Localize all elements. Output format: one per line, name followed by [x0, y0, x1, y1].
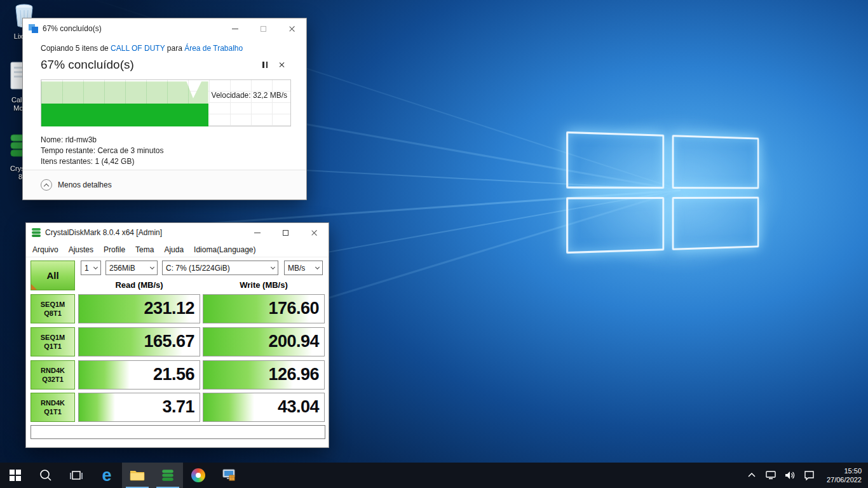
volume-icon — [784, 470, 796, 480]
comment-field[interactable] — [31, 425, 325, 439]
system-tray: 15:50 27/06/2022 — [742, 463, 868, 488]
minimize-icon — [254, 233, 261, 233]
run-all-button[interactable]: All — [31, 261, 75, 290]
network-icon — [765, 470, 776, 480]
search-button[interactable] — [31, 463, 61, 488]
desktop-screen: Lixeira Call o Mod Crysta 8 67% conclu — [0, 0, 868, 488]
read-value: 165.67 — [79, 328, 200, 355]
chevron-down-icon — [315, 264, 320, 269]
unit-select[interactable]: MB/s — [284, 261, 323, 275]
test-button-seq1m-q1t1[interactable]: SEQ1MQ1T1 — [31, 327, 75, 356]
copy-middle: para — [165, 44, 184, 53]
hidden-icons-button[interactable] — [742, 463, 761, 488]
task-view-button[interactable] — [61, 463, 92, 488]
progress-heading: 67% concluído(s) — [41, 58, 257, 72]
read-result-cell: 165.67 — [78, 327, 200, 356]
volume-button[interactable] — [780, 463, 799, 488]
chevron-down-icon — [271, 264, 275, 269]
read-value: 21.56 — [79, 361, 200, 388]
maximize-button[interactable] — [271, 223, 300, 242]
crystaldiskmark-window: CrystalDiskMark 8.0.4 x64 [Admin] Arquiv… — [25, 222, 329, 448]
test-button-rnd4k-q32t1[interactable]: RND4KQ32T1 — [31, 360, 75, 390]
minimize-icon — [232, 29, 238, 29]
copy-dialog-icon — [29, 24, 39, 33]
copy-details: Nome: rld-mw3b Tempo restante: Cerca de … — [41, 135, 290, 167]
test-button-rnd4k-q1t1[interactable]: RND4KQ1T1 — [31, 393, 75, 422]
close-icon — [311, 229, 318, 236]
chevron-down-icon — [150, 264, 154, 269]
clock-date: 27/06/2022 — [827, 475, 862, 484]
test-button-seq1m-q8t1[interactable]: SEQ1MQ8T1 — [31, 294, 75, 323]
file-explorer-icon — [130, 469, 145, 482]
cdm-menubar: Arquivo Ajustes Profile Tema Ajuda Idiom… — [26, 242, 329, 257]
task-view-icon — [69, 468, 83, 482]
installer-button[interactable] — [214, 463, 244, 488]
speed-history-area — [41, 80, 208, 104]
write-result-cell: 126.96 — [203, 360, 325, 390]
menu-idioma[interactable]: Idioma(Language) — [189, 243, 261, 256]
read-result-cell: 231.12 — [78, 294, 200, 323]
maximize-button[interactable] — [249, 18, 278, 39]
close-button[interactable] — [300, 223, 329, 242]
edge-icon — [102, 467, 111, 484]
read-value: 231.12 — [79, 295, 200, 322]
chevron-up-icon — [747, 472, 756, 478]
cancel-icon — [278, 62, 285, 68]
clock-time: 15:50 — [844, 466, 862, 475]
read-column-header: Read (MB/s) — [78, 280, 200, 290]
action-center-icon — [804, 470, 815, 480]
crystaldiskmark-icon — [161, 469, 174, 482]
menu-arquivo[interactable]: Arquivo — [27, 243, 64, 256]
taskbar-clock[interactable]: 15:50 27/06/2022 — [818, 463, 868, 488]
cancel-button[interactable] — [273, 58, 290, 72]
test-count-select[interactable]: 1 — [81, 261, 101, 275]
drive-select[interactable]: C: 7% (15/224GiB) — [162, 261, 278, 275]
maximize-icon — [261, 26, 266, 32]
write-value: 43.04 — [203, 393, 324, 421]
menu-profile[interactable]: Profile — [98, 243, 130, 256]
paint-3d-button[interactable] — [183, 463, 214, 488]
read-result-cell: 21.56 — [78, 360, 200, 390]
taskbar: 15:50 27/06/2022 — [0, 463, 868, 488]
action-center-button[interactable] — [799, 463, 818, 488]
chevron-up-circle-icon — [41, 179, 52, 191]
cdm-app-icon — [31, 227, 41, 238]
dialog-title: 67% concluído(s) — [43, 24, 220, 33]
search-icon — [39, 468, 53, 482]
pause-button[interactable] — [257, 58, 273, 72]
crystaldiskmark-taskbar-button[interactable] — [153, 463, 183, 488]
write-result-cell: 176.60 — [203, 294, 325, 323]
write-result-cell: 43.04 — [203, 393, 325, 422]
menu-tema[interactable]: Tema — [130, 243, 159, 256]
write-value: 126.96 — [203, 361, 324, 388]
menu-ajustes[interactable]: Ajustes — [64, 243, 98, 256]
start-button[interactable] — [0, 463, 31, 488]
speed-graph: Velocidade: 32,2 MB/s — [41, 79, 291, 126]
menu-ajuda[interactable]: Ajuda — [159, 243, 189, 256]
close-button[interactable] — [278, 18, 306, 39]
write-result-cell: 200.94 — [203, 327, 325, 356]
source-folder-link[interactable]: CALL OF DUTY — [111, 44, 165, 53]
destination-folder-link[interactable]: Área de Trabalho — [184, 44, 243, 53]
cdm-titlebar[interactable]: CrystalDiskMark 8.0.4 x64 [Admin] — [26, 223, 329, 242]
file-explorer-button[interactable] — [122, 463, 153, 488]
progress-bar-fill — [41, 104, 208, 126]
dialog-titlebar[interactable]: 67% concluído(s) — [23, 18, 306, 39]
write-value: 176.60 — [203, 295, 324, 322]
minimize-button[interactable] — [243, 223, 271, 242]
detail-name: Nome: rld-mw3b — [41, 135, 290, 146]
detail-items-remaining: Itens restantes: 1 (4,42 GB) — [41, 156, 290, 167]
write-column-header: Write (MB/s) — [203, 280, 325, 290]
speed-label: Velocidade: 32,2 MB/s — [212, 91, 287, 100]
network-button[interactable] — [761, 463, 780, 488]
copy-progress-dialog: 67% concluído(s) Copiando 5 itens de CAL… — [22, 18, 307, 200]
less-details-toggle[interactable]: Menos detalhes — [23, 170, 306, 200]
chevron-down-icon — [93, 264, 98, 269]
pause-icon — [262, 62, 268, 68]
copy-prefix: Copiando 5 itens de — [41, 44, 111, 53]
minimize-button[interactable] — [220, 18, 249, 39]
edge-button[interactable] — [92, 463, 122, 488]
test-size-select[interactable]: 256MiB — [105, 261, 158, 275]
installer-icon — [221, 468, 236, 482]
close-icon — [288, 25, 295, 32]
